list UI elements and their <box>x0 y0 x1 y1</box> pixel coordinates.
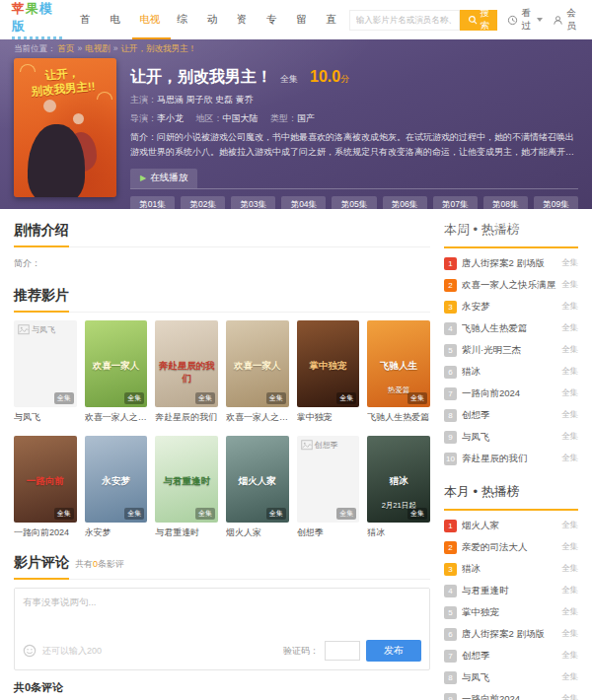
ranking-item[interactable]: 7 创想季 全集 <box>444 645 578 666</box>
movie-poster: 一路向前 全集 <box>14 436 77 523</box>
movie-card[interactable]: 与凤飞 全集 与凤飞 <box>14 320 77 424</box>
tab-online-play[interactable]: ▶ 在线播放 <box>130 169 197 188</box>
status-badge: 全集 <box>407 392 427 404</box>
ranking-item[interactable]: 3 永安梦 全集 <box>444 296 578 317</box>
episode-button[interactable]: 第17集 <box>483 219 528 237</box>
ranking-item-title: 掌中独宠 <box>462 606 556 619</box>
rank-badge: 9 <box>444 431 457 444</box>
episode-button[interactable]: 第02集 <box>181 196 225 214</box>
movie-card[interactable]: 飞驰人生 热爱篇 全集 飞驰人生热爱篇 <box>367 320 430 424</box>
site-logo[interactable]: 苹果模版 <box>12 0 63 39</box>
movie-card[interactable]: 一路向前 全集 一路向前2024 <box>14 436 77 539</box>
movie-card[interactable]: 奔赴星辰的我们 全集 奔赴星辰的我们 <box>155 320 218 424</box>
weekly-hot-list: 本周 • 热播榜 1 唐人街探案2 剧场版 全集 2 欢喜一家人之快乐满屋 全集 <box>444 221 578 469</box>
captcha-input[interactable] <box>325 641 360 661</box>
ranking-item[interactable]: 7 一路向前2024 全集 <box>444 383 578 404</box>
ranking-item[interactable]: 4 与君重逢时 全集 <box>444 580 578 601</box>
main-poster[interactable]: 让开， 别改我男主!! <box>14 58 116 197</box>
section-title: 推荐影片 <box>14 287 69 303</box>
ranking-item[interactable]: 5 紫川·光明三杰 全集 <box>444 339 578 361</box>
ranking-item[interactable]: 5 掌中独宠 全集 <box>444 601 578 623</box>
ranking-item[interactable]: 6 唐人街探案2 剧场版 全集 <box>444 623 578 645</box>
nav-item[interactable]: 首页 <box>73 0 103 39</box>
ranking-item-title: 猎冰 <box>462 563 556 576</box>
ranking-item[interactable]: 8 与凤飞 全集 <box>444 666 578 688</box>
ranking-item[interactable]: 1 烟火人家 全集 <box>444 515 578 536</box>
movie-card[interactable]: 掌中独宠 全集 掌中独宠 <box>297 320 360 424</box>
rank-badge: 7 <box>444 650 457 663</box>
ranking-item[interactable]: 1 唐人街探案2 剧场版 全集 <box>444 252 578 274</box>
movie-poster: 奔赴星辰的我们 全集 <box>155 320 218 407</box>
movie-card[interactable]: 猎冰 2月21日起 全集 猎冰 <box>367 436 430 539</box>
watched-menu[interactable]: 看过 <box>507 7 543 33</box>
nav-item[interactable]: 动漫 <box>200 0 230 39</box>
search-button[interactable]: 搜索 <box>460 10 498 31</box>
nav-item[interactable]: 直播 <box>319 0 348 39</box>
movie-card[interactable]: 欢喜一家人 全集 欢喜一家人之快乐满屋 <box>85 320 148 424</box>
ranking-item[interactable]: 8 创想季 全集 <box>444 404 578 426</box>
emoji-icon[interactable] <box>23 644 37 658</box>
ranking-item-status: 全集 <box>561 606 578 618</box>
episode-button[interactable]: 第08集 <box>483 196 528 214</box>
ranking-item[interactable]: 3 猎冰 全集 <box>444 558 578 580</box>
member-link[interactable]: 会员 <box>553 7 580 33</box>
movie-poster: 创想季 全集 <box>297 436 360 523</box>
movie-title: 与凤飞 <box>14 411 77 424</box>
breadcrumb-link[interactable]: 首页 <box>58 43 75 53</box>
rank-badge: 5 <box>444 606 457 619</box>
nav-item[interactable]: 电视剧 <box>132 0 170 39</box>
episode-button[interactable]: 第06集 <box>383 196 427 214</box>
episode-button[interactable]: 第18集 <box>534 219 578 237</box>
ranking-item-title: 奔赴星辰的我们 <box>462 453 556 465</box>
search-input[interactable] <box>349 10 460 31</box>
ranking-item[interactable]: 4 飞驰人生热爱篇 全集 <box>444 317 578 339</box>
publish-button[interactable]: 发布 <box>366 640 421 662</box>
ranking-item-status: 全集 <box>561 279 578 291</box>
ranking-item[interactable]: 9 与凤飞 全集 <box>444 426 578 448</box>
movie-card[interactable]: 与君重逢时 全集 与君重逢时 <box>155 436 218 539</box>
ranking-item-title: 亲爱的司法大人 <box>462 541 556 554</box>
ranking-item[interactable]: 2 亲爱的司法大人 全集 <box>444 536 578 558</box>
comment-textarea[interactable] <box>15 589 429 630</box>
episode-button[interactable]: 第05集 <box>332 196 376 214</box>
rank-badge: 1 <box>444 257 457 270</box>
episode-button[interactable]: 第07集 <box>433 196 478 214</box>
rank-badge: 2 <box>444 279 457 292</box>
episode-button[interactable]: 第16集 <box>433 219 478 237</box>
broken-image-placeholder: 与凤飞 <box>18 324 55 336</box>
ranking-item[interactable]: 6 猎冰 全集 <box>444 361 578 383</box>
ranking-item-status: 全集 <box>561 409 578 421</box>
movie-poster: 猎冰 2月21日起 全集 <box>367 436 430 523</box>
broken-image-icon <box>301 440 313 452</box>
movie-title: 永安梦 <box>85 526 148 539</box>
movie-poster: 永安梦 全集 <box>85 436 148 523</box>
ranking-item-status: 全集 <box>561 693 578 700</box>
breadcrumb-link[interactable]: 电视剧 <box>85 43 111 53</box>
comments-count: 共有0条影评 <box>75 559 124 569</box>
episode-button[interactable]: 第09集 <box>534 196 578 214</box>
movie-card[interactable]: 烟火人家 全集 烟火人家 <box>226 436 289 539</box>
nav-item[interactable]: 电影 <box>103 0 132 39</box>
poster-art-title: 一路向前 <box>17 475 74 488</box>
movie-title: 飞驰人生热爱篇 <box>367 411 430 424</box>
status-badge: 全集 <box>266 508 286 520</box>
breadcrumb-link[interactable]: 让开，别改我男主！ <box>120 43 196 53</box>
nav-item[interactable]: 综艺 <box>171 0 200 39</box>
nav-item[interactable]: 专题 <box>259 0 289 39</box>
nav-item[interactable]: 留言 <box>289 0 319 39</box>
ranking-item[interactable]: 2 欢喜一家人之快乐满屋 全集 <box>444 274 578 296</box>
comments-total: 共0条评论 <box>14 680 430 695</box>
status-badge: 全集 <box>336 392 356 404</box>
ranking-item-title: 与凤飞 <box>462 431 556 444</box>
episode-button[interactable]: 第01集 <box>130 196 175 214</box>
movie-card[interactable]: 欢喜一家人 全集 欢喜一家人之我家有喜 <box>226 320 289 424</box>
movie-card[interactable]: 永安梦 全集 永安梦 <box>85 436 148 539</box>
ranking-item[interactable]: 10 奔赴星辰的我们 全集 <box>444 448 578 469</box>
episode-button[interactable]: 第03集 <box>231 196 275 214</box>
ranking-item-title: 唐人街探案2 剧场版 <box>462 257 556 270</box>
episode-button[interactable]: 第04集 <box>281 196 326 214</box>
poster-art-title: 奔赴星辰的我们 <box>158 360 215 385</box>
nav-item[interactable]: 资讯 <box>230 0 259 39</box>
movie-card[interactable]: 创想季 全集 创想季 <box>297 436 360 539</box>
ranking-item[interactable]: 9 一路向前2024 全集 <box>444 688 578 700</box>
